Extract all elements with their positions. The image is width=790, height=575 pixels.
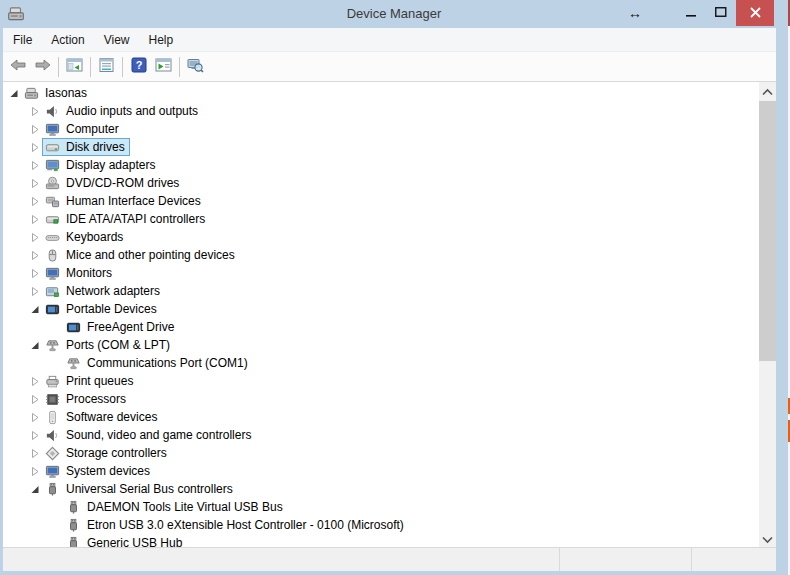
portable-device-icon: [65, 319, 81, 335]
tree-item-human-interface-devices[interactable]: Human Interface Devices: [3, 192, 759, 210]
maximize-icon: [715, 4, 727, 22]
tree-item-software-devices[interactable]: Software devices: [3, 408, 759, 426]
expander-collapsed-icon[interactable]: [28, 413, 42, 422]
expander-collapsed-icon[interactable]: [28, 197, 42, 206]
expander-collapsed-icon[interactable]: [28, 377, 42, 386]
row-content[interactable]: Monitors: [42, 264, 117, 282]
expander-collapsed-icon[interactable]: [28, 251, 42, 260]
tree-item-storage-controllers[interactable]: Storage controllers: [3, 444, 759, 462]
row-content[interactable]: Iasonas: [21, 84, 92, 102]
tree-item-disk-drives[interactable]: Disk drives: [3, 138, 759, 156]
expander-collapsed-icon[interactable]: [28, 161, 42, 170]
tree-item-monitors[interactable]: Monitors: [3, 264, 759, 282]
row-content[interactable]: Ports (COM & LPT): [42, 336, 175, 354]
tree-item-dvd-cd-rom-drives[interactable]: DVD/CD-ROM drives: [3, 174, 759, 192]
expander-collapsed-icon[interactable]: [28, 179, 42, 188]
row-content[interactable]: Etron USB 3.0 eXtensible Host Controller…: [63, 516, 409, 534]
expander-collapsed-icon[interactable]: [28, 269, 42, 278]
row-content[interactable]: Print queues: [42, 372, 138, 390]
menu-help[interactable]: Help: [140, 30, 183, 50]
expander-collapsed-icon[interactable]: [28, 125, 42, 134]
tree-item-display-adapters[interactable]: Display adapters: [3, 156, 759, 174]
row-content[interactable]: DAEMON Tools Lite Virtual USB Bus: [63, 498, 288, 516]
back-button[interactable]: [5, 54, 30, 79]
tree-item-audio-inputs-and-outputs[interactable]: Audio inputs and outputs: [3, 102, 759, 120]
expander-expanded-icon[interactable]: [28, 485, 42, 494]
tree-item-mice-and-other-pointing-devices[interactable]: Mice and other pointing devices: [3, 246, 759, 264]
row-content[interactable]: Sound, video and game controllers: [42, 426, 256, 444]
row-content[interactable]: FreeAgent Drive: [63, 318, 179, 336]
horizontal-resize-cursor-icon: ↔: [628, 5, 642, 21]
tree-item-processors[interactable]: Processors: [3, 390, 759, 408]
expander-collapsed-icon[interactable]: [28, 143, 42, 152]
tree-item-daemon-tools-lite-virtual-usb-bus[interactable]: DAEMON Tools Lite Virtual USB Bus: [3, 498, 759, 516]
show-hide-action-pane-button[interactable]: [151, 54, 176, 79]
properties-button[interactable]: [94, 54, 119, 79]
tree-item-label: Audio inputs and outputs: [64, 103, 200, 119]
scan-for-hardware-changes-button[interactable]: [183, 54, 208, 79]
row-content[interactable]: Keyboards: [42, 228, 128, 246]
scrollbar-thumb[interactable]: [759, 101, 776, 361]
tree-item-portable-devices[interactable]: Portable Devices: [3, 300, 759, 318]
row-content[interactable]: Processors: [42, 390, 131, 408]
expander-collapsed-icon[interactable]: [28, 449, 42, 458]
row-content[interactable]: Computer: [42, 120, 124, 138]
row-content[interactable]: IDE ATA/ATAPI controllers: [42, 210, 210, 228]
row-content[interactable]: Portable Devices: [42, 300, 162, 318]
tree-item-label: Generic USB Hub: [85, 535, 184, 547]
scrollbar-track[interactable]: [759, 99, 776, 530]
expander-expanded-icon[interactable]: [28, 305, 42, 314]
expander-collapsed-icon[interactable]: [28, 467, 42, 476]
titlebar[interactable]: Device Manager ↔: [0, 0, 788, 28]
vertical-scrollbar[interactable]: [759, 82, 776, 547]
tree-item-etron-usb-3-0-extensible-host-controller-0100-microsoft[interactable]: Etron USB 3.0 eXtensible Host Controller…: [3, 516, 759, 534]
row-content[interactable]: Generic USB Hub: [63, 534, 187, 547]
row-content[interactable]: System devices: [42, 462, 155, 480]
row-content[interactable]: Mice and other pointing devices: [42, 246, 240, 264]
row-content[interactable]: Network adapters: [42, 282, 165, 300]
expander-collapsed-icon[interactable]: [28, 287, 42, 296]
tree-item-communications-port-com1[interactable]: Communications Port (COM1): [3, 354, 759, 372]
tree-item-computer[interactable]: Computer: [3, 120, 759, 138]
tree-item-ports-com-lpt[interactable]: Ports (COM & LPT): [3, 336, 759, 354]
tree-item-print-queues[interactable]: Print queues: [3, 372, 759, 390]
expander-expanded-icon[interactable]: [28, 341, 42, 350]
tree-item-sound-video-and-game-controllers[interactable]: Sound, video and game controllers: [3, 426, 759, 444]
expander-collapsed-icon[interactable]: [28, 431, 42, 440]
tree-item-keyboards[interactable]: Keyboards: [3, 228, 759, 246]
minimize-button[interactable]: [676, 0, 706, 26]
row-content[interactable]: Universal Serial Bus controllers: [42, 480, 238, 498]
show-hide-console-tree-button[interactable]: [62, 54, 87, 79]
tree-item-label: Computer: [64, 121, 121, 137]
maximize-button[interactable]: [706, 0, 736, 26]
expander-collapsed-icon[interactable]: [28, 395, 42, 404]
help-button[interactable]: ?: [126, 54, 151, 79]
row-content[interactable]: DVD/CD-ROM drives: [42, 174, 184, 192]
row-content[interactable]: Storage controllers: [42, 444, 172, 462]
menu-view[interactable]: View: [95, 30, 139, 50]
selected-row-content[interactable]: Disk drives: [42, 138, 130, 156]
menu-file[interactable]: File: [4, 30, 41, 50]
expander-expanded-icon[interactable]: [7, 89, 21, 98]
scroll-up-button[interactable]: [759, 82, 776, 99]
tree-item-generic-usb-hub[interactable]: Generic USB Hub: [3, 534, 759, 547]
row-content[interactable]: Display adapters: [42, 156, 160, 174]
row-content[interactable]: Audio inputs and outputs: [42, 102, 203, 120]
row-content[interactable]: Communications Port (COM1): [63, 354, 253, 372]
tree-item-universal-serial-bus-controllers[interactable]: Universal Serial Bus controllers: [3, 480, 759, 498]
expander-collapsed-icon[interactable]: [28, 233, 42, 242]
row-content[interactable]: Software devices: [42, 408, 162, 426]
tree-item-iasonas[interactable]: Iasonas: [3, 84, 759, 102]
forward-button[interactable]: [30, 54, 55, 79]
scroll-down-button[interactable]: [759, 530, 776, 547]
tree-item-freeagent-drive[interactable]: FreeAgent Drive: [3, 318, 759, 336]
row-content[interactable]: Human Interface Devices: [42, 192, 206, 210]
expander-collapsed-icon[interactable]: [28, 215, 42, 224]
tree-item-network-adapters[interactable]: Network adapters: [3, 282, 759, 300]
tree-item-ide-ata-atapi-controllers[interactable]: IDE ATA/ATAPI controllers: [3, 210, 759, 228]
tree-item-system-devices[interactable]: System devices: [3, 462, 759, 480]
expander-collapsed-icon[interactable]: [28, 107, 42, 116]
action-pane-icon: [155, 57, 172, 77]
menu-action[interactable]: Action: [42, 30, 93, 50]
close-button[interactable]: [736, 0, 774, 26]
